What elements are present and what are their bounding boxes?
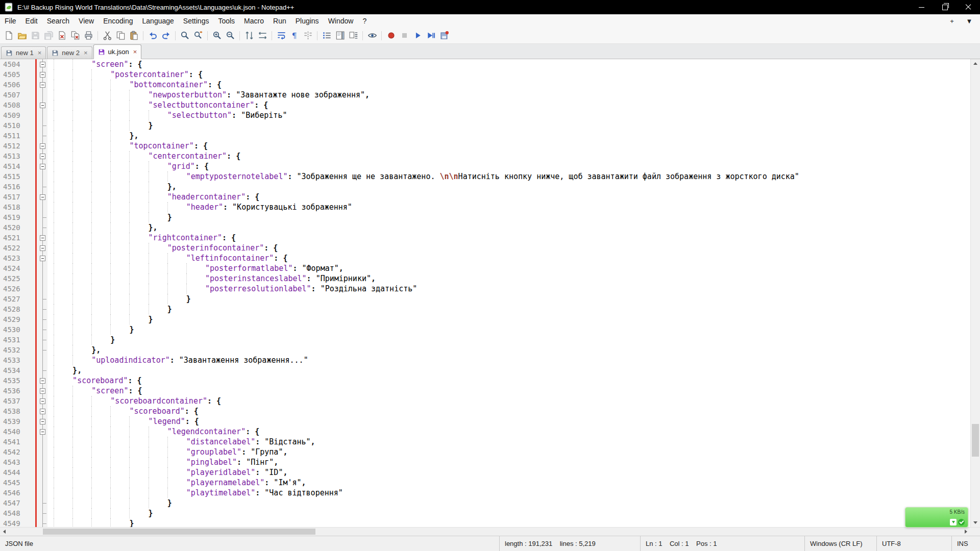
code-text[interactable]: "header": "Користувацькі зображення"	[47, 202, 970, 212]
code-text[interactable]: }	[47, 498, 970, 508]
tab-close-icon[interactable]: ×	[38, 49, 42, 56]
scroll-right-button[interactable]	[962, 528, 970, 536]
code-text[interactable]: }	[47, 314, 970, 324]
fold-collapse-icon[interactable]	[40, 164, 45, 169]
close-button[interactable]	[957, 0, 980, 14]
code-text[interactable]: }	[47, 335, 970, 345]
fold-collapse-icon[interactable]	[40, 429, 45, 435]
code-text[interactable]: }	[47, 304, 970, 314]
print-button[interactable]	[82, 30, 94, 42]
zoom-in-button[interactable]	[211, 30, 223, 42]
new-tab-button[interactable]: +	[947, 16, 957, 26]
code-text[interactable]: "playeridlabel": "ID",	[47, 467, 970, 478]
menu-tools[interactable]: Tools	[213, 14, 239, 28]
code-text[interactable]: },	[47, 345, 970, 355]
sync-horizontal-scroll-button[interactable]	[256, 30, 268, 42]
fold-collapse-icon[interactable]	[40, 235, 45, 241]
menu-view[interactable]: View	[74, 14, 99, 28]
tab-list-button[interactable]: ▼	[965, 16, 974, 26]
vertical-scroll-track[interactable]	[971, 68, 980, 518]
fold-collapse-icon[interactable]	[40, 154, 45, 159]
code-text[interactable]: "postercontainer": {	[47, 69, 970, 80]
code-text[interactable]: "centercontainer": {	[47, 151, 970, 161]
close-button[interactable]	[56, 30, 68, 42]
menu-help[interactable]: ?	[358, 14, 371, 28]
code-text[interactable]: "uploadindicator": "Завантаження зображе…	[47, 355, 970, 365]
save-button[interactable]	[29, 30, 41, 42]
fold-collapse-icon[interactable]	[40, 62, 45, 67]
code-text[interactable]: "grouplabel": "Група",	[47, 447, 970, 457]
code-text[interactable]: "bottomcontainer": {	[47, 80, 970, 90]
find-button[interactable]	[179, 30, 191, 42]
fold-collapse-icon[interactable]	[40, 388, 45, 394]
macro-stop-button[interactable]	[398, 30, 410, 42]
open-folder-button[interactable]	[16, 30, 28, 42]
redo-button[interactable]	[160, 30, 172, 42]
fold-collapse-icon[interactable]	[40, 143, 45, 149]
code-text[interactable]: "posterformatlabel": "Формат",	[47, 263, 970, 273]
code-text[interactable]: "scoreboardcontainer": {	[47, 396, 970, 406]
code-text[interactable]: "legend": {	[47, 416, 970, 427]
horizontal-scroll-thumb[interactable]	[43, 529, 315, 535]
code-text[interactable]: "posterinfocontainer": {	[47, 243, 970, 253]
cut-button[interactable]	[101, 30, 113, 42]
vertical-scroll-thumb[interactable]	[972, 424, 979, 457]
macro-record-button[interactable]	[385, 30, 397, 42]
fold-collapse-icon[interactable]	[40, 245, 45, 251]
fold-collapse-icon[interactable]	[40, 378, 45, 384]
restore-button[interactable]	[933, 0, 957, 14]
code-text[interactable]: "selectbutton": "Виберіть"	[47, 110, 970, 120]
code-text[interactable]: "screen": {	[47, 59, 970, 69]
show-indent-guide-button[interactable]	[302, 30, 314, 42]
code-text[interactable]: }	[47, 324, 970, 335]
menu-settings[interactable]: Settings	[179, 14, 214, 28]
tab-uk.json[interactable]: uk.json×	[93, 44, 142, 59]
fold-collapse-icon[interactable]	[40, 398, 45, 404]
menu-window[interactable]: Window	[324, 14, 358, 28]
tab-close-icon[interactable]: ×	[133, 48, 137, 55]
fold-collapse-icon[interactable]	[40, 419, 45, 424]
code-text[interactable]: "leftinfocontainer": {	[47, 253, 970, 263]
code-text[interactable]: },	[47, 131, 970, 141]
copy-button[interactable]	[114, 30, 127, 42]
fold-collapse-icon[interactable]	[40, 72, 45, 78]
code-text[interactable]: "topcontainer": {	[47, 141, 970, 151]
status-encoding[interactable]: UTF-8	[876, 536, 951, 551]
document-list-button[interactable]	[347, 30, 359, 42]
save-all-button[interactable]	[42, 30, 55, 42]
code-text[interactable]: "scoreboard": {	[47, 375, 970, 386]
vertical-scrollbar[interactable]	[970, 59, 980, 527]
code-text[interactable]: "pinglabel": "Пінг",	[47, 457, 970, 467]
status-eol-format[interactable]: Windows (CR LF)	[804, 536, 876, 551]
code-text[interactable]: }	[47, 212, 970, 222]
code-text[interactable]: "legendcontainer": {	[47, 427, 970, 437]
code-text[interactable]: "playernamelabel": "Ім'я",	[47, 478, 970, 488]
macro-playback-button[interactable]	[411, 30, 424, 42]
code-text[interactable]: },	[47, 222, 970, 233]
scroll-left-button[interactable]	[0, 528, 9, 536]
menu-run[interactable]: Run	[268, 14, 291, 28]
undo-button[interactable]	[146, 30, 159, 42]
new-file-button[interactable]	[3, 30, 15, 42]
menu-encoding[interactable]: Encoding	[99, 14, 137, 28]
scroll-up-button[interactable]	[971, 59, 980, 68]
code-text[interactable]: "selectbuttoncontainer": {	[47, 100, 970, 110]
menu-macro[interactable]: Macro	[239, 14, 268, 28]
monitoring-button[interactable]	[366, 30, 378, 42]
tab-new-1[interactable]: new 1×	[1, 46, 46, 59]
tab-close-icon[interactable]: ×	[84, 49, 88, 56]
code-text[interactable]: "grid": {	[47, 161, 970, 171]
code-text[interactable]: "posterinstanceslabel": "Примірники",	[47, 273, 970, 284]
code-text[interactable]: "posterresolutionlabel": "Роздільна здат…	[47, 284, 970, 294]
menu-file[interactable]: File	[0, 14, 21, 28]
function-list-button[interactable]	[321, 30, 333, 42]
close-all-button[interactable]	[69, 30, 81, 42]
code-text[interactable]: },	[47, 365, 970, 375]
horizontal-scrollbar[interactable]	[0, 527, 980, 536]
code-area[interactable]: 4504"screen": {4505"postercontainer": {4…	[0, 59, 970, 527]
paste-button[interactable]	[128, 30, 140, 42]
code-text[interactable]: }	[47, 518, 970, 527]
code-text[interactable]: }	[47, 508, 970, 518]
code-text[interactable]: "rightcontainer": {	[47, 233, 970, 243]
tab-new-2[interactable]: new 2×	[47, 46, 92, 59]
